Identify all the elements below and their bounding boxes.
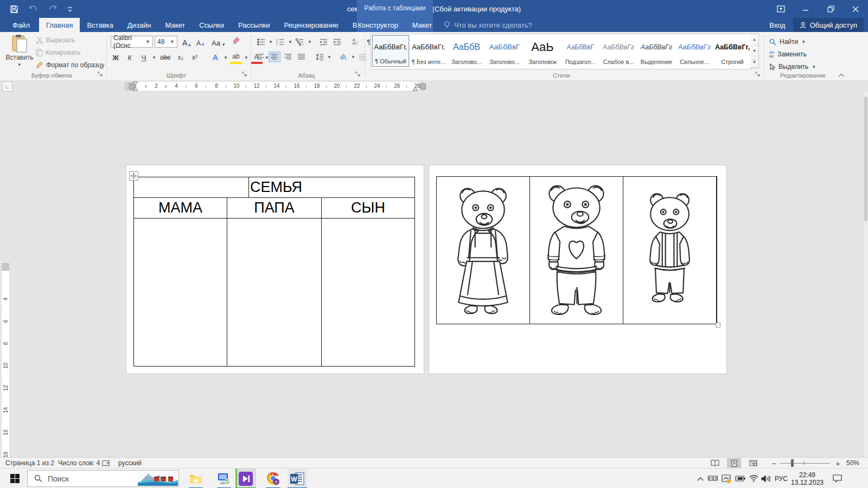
close-icon[interactable] bbox=[843, 0, 868, 18]
font-name-combo[interactable]: Calibri (Оснс▼ bbox=[111, 36, 153, 48]
table-cell-empty[interactable] bbox=[322, 219, 414, 366]
search-highlight-image[interactable] bbox=[138, 471, 178, 486]
decrease-indent-icon[interactable] bbox=[318, 36, 330, 47]
tab-layout[interactable]: Макет bbox=[158, 18, 192, 32]
collapse-ribbon-icon[interactable] bbox=[838, 73, 845, 78]
mama-bear-image[interactable] bbox=[437, 177, 530, 324]
underline-caret[interactable]: ▼ bbox=[152, 55, 156, 60]
tab-insert[interactable]: Вставка bbox=[80, 18, 120, 32]
find-button[interactable]: Найти▼ bbox=[769, 36, 806, 47]
tell-me-box[interactable]: Что вы хотите сделать? bbox=[444, 18, 532, 32]
print-layout-button[interactable] bbox=[727, 458, 741, 468]
align-center-icon[interactable] bbox=[269, 52, 280, 62]
proofing-icon[interactable] bbox=[102, 458, 110, 468]
page-indicator[interactable]: Страница 1 из 2 bbox=[5, 458, 54, 468]
style-no-spacing[interactable]: АаБбВвГг,¶ Без инте... bbox=[410, 35, 447, 67]
web-layout-button[interactable] bbox=[746, 458, 760, 468]
justify-icon[interactable] bbox=[296, 52, 308, 62]
undo-icon[interactable] bbox=[28, 5, 39, 13]
table-cell-papa[interactable]: ПАПА bbox=[227, 198, 322, 218]
style-intense-emphasis[interactable]: АаБбВвГгСильное... bbox=[676, 35, 713, 67]
chrome-icon[interactable]: л bbox=[264, 468, 282, 488]
table-move-handle[interactable] bbox=[129, 171, 138, 181]
increase-indent-icon[interactable] bbox=[331, 36, 343, 47]
styles-scroll-up-icon[interactable]: ▲ bbox=[750, 34, 758, 46]
style-emphasis[interactable]: АаБбВвГгВыделение bbox=[638, 35, 675, 67]
subscript-button[interactable]: x₂ bbox=[175, 52, 187, 63]
word-taskbar-icon[interactable]: W bbox=[288, 468, 307, 488]
table-cell-empty[interactable] bbox=[134, 177, 249, 197]
styles-scroll-down-icon[interactable]: ▼ bbox=[750, 46, 758, 57]
action-center-icon[interactable] bbox=[829, 468, 845, 488]
style-normal[interactable]: АаБбВвГг,¶ Обычный bbox=[372, 35, 409, 67]
table-title-cell[interactable]: СЕМЬЯ bbox=[249, 177, 414, 197]
borders-icon[interactable] bbox=[357, 52, 369, 62]
format-painter-button[interactable]: Формат по образцу bbox=[36, 61, 105, 69]
read-mode-button[interactable] bbox=[708, 458, 722, 468]
ribbon-display-options-icon[interactable] bbox=[768, 0, 793, 18]
font-dialog-launcher-icon[interactable] bbox=[242, 72, 248, 78]
clipboard-dialog-launcher-icon[interactable] bbox=[98, 72, 104, 78]
align-left-icon[interactable] bbox=[255, 52, 267, 62]
vertical-scrollbar[interactable] bbox=[863, 92, 868, 457]
zoom-in-button[interactable]: + bbox=[835, 458, 840, 468]
shrink-font-button[interactable]: А▼ bbox=[196, 35, 205, 47]
zoom-slider-thumb[interactable] bbox=[791, 459, 794, 467]
save-icon[interactable] bbox=[10, 5, 18, 14]
tab-design[interactable]: Дизайн bbox=[120, 18, 158, 32]
strikethrough-button[interactable]: abc bbox=[158, 52, 173, 63]
page-1[interactable]: СЕМЬЯ МАМА ПАПА СЫН bbox=[126, 165, 424, 374]
zoom-out-button[interactable]: − bbox=[771, 458, 776, 468]
table-cell-syn[interactable]: СЫН bbox=[322, 198, 414, 218]
table-border-marker[interactable] bbox=[420, 84, 426, 89]
text-effects-button[interactable]: А bbox=[209, 52, 221, 63]
tab-review[interactable]: Рецензирование bbox=[277, 18, 345, 32]
speaker-icon[interactable] bbox=[759, 468, 772, 488]
table-cell-empty[interactable] bbox=[227, 219, 322, 366]
style-subtitle[interactable]: АаБбВвГПодзагол... bbox=[562, 35, 599, 67]
numbering-icon[interactable]: 123 bbox=[275, 36, 286, 47]
clock[interactable]: 22:49 13.12.2023 bbox=[790, 468, 825, 488]
bold-button[interactable]: Ж bbox=[110, 52, 122, 63]
file-explorer-icon[interactable] bbox=[187, 468, 205, 488]
scrollbar-thumb[interactable] bbox=[864, 97, 867, 221]
media-player-icon[interactable] bbox=[235, 468, 256, 488]
language-indicator[interactable]: русский bbox=[118, 458, 142, 468]
horizontal-ruler[interactable]: 2 4 6 8 10 12 14 16 18 20 22 24 26 28 bbox=[125, 82, 424, 91]
bear-picture-frame[interactable] bbox=[436, 176, 717, 324]
underline-button[interactable]: Ч bbox=[138, 52, 150, 63]
selection-resize-handle[interactable] bbox=[716, 323, 720, 328]
hidden-icons-chevron[interactable] bbox=[694, 468, 706, 488]
superscript-button[interactable]: x² bbox=[189, 52, 201, 63]
remote-desktop-icon[interactable] bbox=[215, 468, 233, 488]
style-heading1[interactable]: АаБбВЗаголово... bbox=[448, 35, 485, 67]
multilevel-list-icon[interactable] bbox=[294, 36, 306, 47]
cut-button[interactable]: Вырезать bbox=[36, 36, 75, 44]
son-bear-image[interactable] bbox=[623, 177, 717, 324]
italic-button[interactable]: К bbox=[124, 52, 136, 63]
battery-icon[interactable] bbox=[733, 468, 746, 488]
style-heading2[interactable]: АаБбВвГЗаголово... bbox=[486, 35, 523, 67]
shading-icon[interactable] bbox=[337, 52, 349, 62]
copy-button[interactable]: Копировать bbox=[36, 49, 81, 56]
vertical-ruler[interactable]: 4 6 8 10 12 14 16 18 bbox=[2, 179, 9, 483]
line-spacing-icon[interactable] bbox=[314, 52, 326, 62]
replace-button[interactable]: abac Заменить bbox=[769, 49, 807, 60]
change-case-button[interactable]: Аа ▼ bbox=[212, 35, 226, 47]
select-button[interactable]: Выделить▼ bbox=[769, 61, 816, 72]
redo-icon[interactable] bbox=[49, 5, 58, 13]
word-count[interactable]: Число слов: 4 bbox=[58, 458, 100, 468]
zoom-slider[interactable] bbox=[780, 458, 830, 468]
customize-qat-icon[interactable] bbox=[67, 6, 73, 12]
align-right-icon[interactable] bbox=[282, 52, 294, 62]
style-subtle-emphasis[interactable]: АаБбВвГгСлабое в... bbox=[600, 35, 637, 67]
table-border-marker[interactable] bbox=[129, 84, 135, 89]
styles-dialog-launcher-icon[interactable] bbox=[755, 72, 762, 78]
start-button[interactable] bbox=[4, 468, 25, 488]
page-2[interactable] bbox=[429, 165, 726, 374]
screenshot-tool-icon[interactable] bbox=[720, 468, 733, 488]
right-indent-marker[interactable] bbox=[412, 86, 418, 91]
font-size-combo[interactable]: 48▼ bbox=[155, 36, 177, 48]
minimize-icon[interactable] bbox=[793, 0, 818, 18]
table-cell-empty[interactable] bbox=[134, 219, 227, 366]
